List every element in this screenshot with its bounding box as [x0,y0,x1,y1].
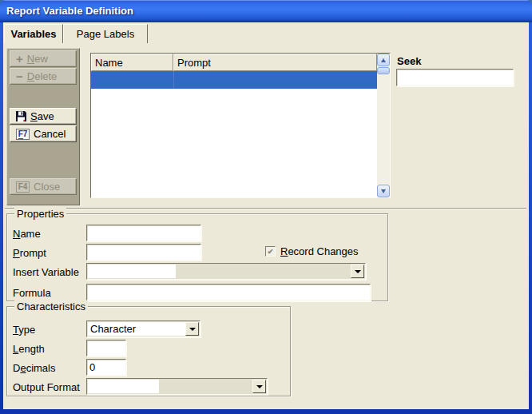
name-label: Name [13,228,41,240]
record-changes-label: Record Changes [280,245,359,257]
close-button-label: Close [34,181,60,193]
type-value: Character [88,322,185,336]
column-header-prompt[interactable]: Prompt [173,54,377,71]
minus-icon: − [16,71,23,82]
insert-variable-combobox[interactable] [86,263,366,280]
tab-variables-label: Variables [10,28,56,40]
length-input[interactable] [86,340,126,356]
output-format-label: Output Format [13,381,80,393]
scrollbar-thumb[interactable] [377,67,390,74]
scroll-up-icon [381,58,386,62]
chevron-down-icon [189,328,196,331]
length-label: Length [13,343,45,355]
decimals-label: Decimals [13,362,55,374]
grid-selected-row[interactable] [91,71,377,89]
output-format-dropdown-button[interactable] [252,380,266,393]
tab-page-labels[interactable]: Page Labels [63,24,148,43]
formula-input[interactable] [86,284,371,301]
record-changes-checkbox[interactable]: ✔ [265,246,276,257]
window-frame: Report Variable Definition Variables Pag… [0,0,532,414]
chevron-down-icon [355,270,361,273]
chevron-down-icon [256,385,263,388]
close-button[interactable]: F4 Close [10,178,77,195]
toolbar-panel: + New − Delete Save [6,48,80,205]
characteristics-group-title: Characteristics [14,301,88,312]
plus-icon: + [16,54,23,64]
titlebar[interactable]: Report Variable Definition [0,0,532,22]
seek-label: Seek [397,55,421,67]
type-dropdown-button[interactable] [185,322,199,336]
formula-label: Formula [13,287,51,299]
column-divider [173,71,174,89]
cancel-button-label: Cancel [34,128,66,140]
section-divider [5,208,526,209]
output-format-value [88,380,159,393]
insert-variable-label: Insert Variable [13,266,79,278]
decimals-input[interactable] [86,359,126,376]
prompt-label: Prompt [13,247,46,259]
tab-variables[interactable]: Variables [4,24,63,43]
f7-key-icon: F7 [16,129,30,140]
tab-page-labels-label: Page Labels [77,28,134,40]
name-input[interactable] [86,225,201,241]
new-button[interactable]: + New [10,50,77,67]
seek-input[interactable] [396,69,514,86]
output-format-combobox[interactable] [86,378,268,395]
insert-variable-value [88,265,176,278]
type-combobox[interactable]: Character [86,320,200,337]
scroll-up-button[interactable] [377,54,390,66]
delete-button[interactable]: − Delete [10,68,77,85]
delete-button-label: Delete [27,70,58,82]
dialog-body: Variables Page Labels + New − Delete [3,22,529,409]
vertical-scrollbar[interactable] [377,54,390,197]
save-button[interactable]: Save [10,108,77,125]
save-button-label: Save [30,110,54,122]
insert-variable-dropdown-button[interactable] [351,265,364,278]
variables-grid: Name Prompt [90,53,391,198]
type-label: Type [13,324,35,336]
scroll-down-icon [381,189,386,193]
properties-group-title: Properties [14,208,66,220]
floppy-disk-icon [16,111,26,121]
cancel-button[interactable]: F7 Cancel [10,125,77,142]
window-title: Report Variable Definition [6,0,133,22]
check-icon: ✔ [268,248,274,256]
new-button-label: New [27,53,48,65]
column-header-name[interactable]: Name [91,54,173,71]
prompt-input[interactable] [86,244,201,261]
f4-key-icon: F4 [16,181,30,193]
scroll-down-button[interactable] [377,185,390,197]
